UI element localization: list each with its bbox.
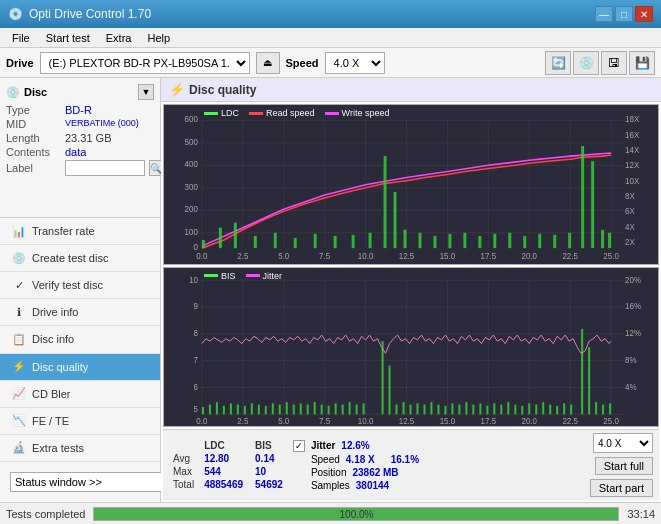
disc-length-val: 23.31 GB	[65, 132, 111, 144]
svg-rect-66	[538, 234, 541, 248]
toolbar-icon-refresh[interactable]: 🔄	[545, 51, 571, 75]
toolbar-icon-floppy[interactable]: 💾	[629, 51, 655, 75]
menu-file[interactable]: File	[4, 30, 38, 46]
statusbar: Tests completed 100.0% 33:14	[0, 502, 661, 524]
svg-text:12%: 12%	[625, 327, 641, 338]
ldc-legend-dot	[204, 112, 218, 115]
bis-total: 54692	[249, 478, 289, 491]
status-window-button[interactable]: Status window >>	[10, 472, 162, 492]
close-button[interactable]: ✕	[635, 6, 653, 22]
svg-rect-64	[508, 233, 511, 248]
svg-text:18X: 18X	[625, 115, 640, 124]
svg-rect-65	[523, 236, 526, 248]
toolbar-icon-save[interactable]: 🖫	[601, 51, 627, 75]
svg-text:7.5: 7.5	[319, 252, 331, 261]
ldc-avg: 12.80	[198, 452, 249, 465]
extra-tests-icon: 🔬	[12, 441, 26, 455]
svg-text:0: 0	[193, 243, 198, 252]
menu-help[interactable]: Help	[139, 30, 178, 46]
drive-info-label: Drive info	[32, 306, 78, 318]
svg-text:4X: 4X	[625, 223, 635, 232]
svg-text:2X: 2X	[625, 238, 635, 247]
svg-rect-169	[609, 403, 611, 414]
label-input[interactable]	[65, 160, 145, 176]
disc-length-row: Length 23.31 GB	[6, 132, 154, 144]
svg-rect-135	[356, 404, 358, 414]
svg-text:5: 5	[193, 403, 197, 414]
legend-bis: BIS	[204, 271, 236, 281]
svg-rect-157	[521, 405, 523, 414]
svg-rect-67	[553, 235, 556, 248]
svg-rect-45	[202, 240, 205, 248]
sidebar-item-transfer-rate[interactable]: 📊 Transfer rate	[0, 218, 160, 245]
sidebar-item-verify-test-disc[interactable]: ✓ Verify test disc	[0, 272, 160, 299]
svg-rect-63	[493, 234, 496, 248]
create-test-disc-label: Create test disc	[32, 252, 108, 264]
svg-rect-47	[234, 223, 237, 249]
jitter-label: Jitter	[311, 440, 335, 451]
svg-text:500: 500	[185, 138, 199, 147]
write-speed-legend-label: Write speed	[342, 108, 390, 118]
svg-rect-70	[591, 161, 594, 248]
svg-text:14X: 14X	[625, 146, 640, 155]
svg-rect-54	[369, 233, 372, 248]
ldc-legend-label: LDC	[221, 108, 239, 118]
svg-text:15.0: 15.0	[440, 415, 456, 426]
sidebar-item-extra-tests[interactable]: 🔬 Extra tests	[0, 435, 160, 462]
svg-rect-131	[328, 405, 330, 414]
eject-button[interactable]: ⏏	[256, 52, 280, 74]
minimize-button[interactable]: —	[595, 6, 613, 22]
drive-select[interactable]: (E:) PLEXTOR BD-R PX-LB950SA 1.06	[40, 52, 250, 74]
test-speed-select[interactable]: 4.0 X	[593, 433, 653, 453]
jitter-legend-label: Jitter	[263, 271, 283, 281]
menu-extra[interactable]: Extra	[98, 30, 140, 46]
extra-tests-label: Extra tests	[32, 442, 84, 454]
sidebar-item-fe-te[interactable]: 📉 FE / TE	[0, 408, 160, 435]
svg-rect-72	[608, 233, 611, 248]
jitter-checkbox[interactable]: ✓	[293, 440, 305, 452]
ldc-total: 4885469	[198, 478, 249, 491]
toolbar-icon-disc[interactable]: 💿	[573, 51, 599, 75]
svg-rect-132	[335, 403, 337, 414]
svg-text:20.0: 20.0	[521, 415, 537, 426]
jitter-max-val: 16.1%	[391, 454, 419, 465]
jitter-legend-dot	[246, 274, 260, 277]
svg-rect-55	[384, 156, 387, 248]
speed-label: Speed	[311, 454, 340, 465]
total-label: Total	[169, 478, 198, 491]
svg-rect-164	[570, 404, 572, 414]
sidebar-item-cd-bler[interactable]: 📈 CD Bler	[0, 381, 160, 408]
ldc-max: 544	[198, 465, 249, 478]
sidebar-item-drive-info[interactable]: ℹ Drive info	[0, 299, 160, 326]
sidebar-item-disc-info[interactable]: 📋 Disc info	[0, 326, 160, 353]
svg-rect-57	[404, 230, 407, 248]
start-full-button[interactable]: Start full	[595, 457, 653, 475]
toolbar-icons: 🔄 💿 🖫 💾	[545, 51, 655, 75]
svg-text:12X: 12X	[625, 161, 640, 170]
disc-panel-expand[interactable]: ▼	[138, 84, 154, 100]
samples-value: 380144	[356, 480, 389, 491]
menu-start-test[interactable]: Start test	[38, 30, 98, 46]
svg-rect-60	[448, 234, 451, 248]
svg-rect-147	[451, 403, 453, 414]
svg-text:10.0: 10.0	[358, 415, 374, 426]
svg-text:6X: 6X	[625, 207, 635, 216]
sidebar-item-disc-quality[interactable]: ⚡ Disc quality	[0, 354, 160, 381]
start-part-button[interactable]: Start part	[590, 479, 653, 497]
svg-rect-136	[363, 403, 365, 414]
action-area: 4.0 X Start full Start part	[590, 433, 653, 497]
svg-text:6: 6	[193, 381, 197, 392]
create-test-disc-icon: 💿	[12, 251, 26, 265]
maximize-button[interactable]: □	[615, 6, 633, 22]
svg-rect-46	[219, 228, 222, 248]
legend-read-speed: Read speed	[249, 108, 315, 118]
transfer-rate-icon: 📊	[12, 224, 26, 238]
ldc-chart: LDC Read speed Write speed	[163, 104, 659, 265]
speed-select[interactable]: 4.0 X	[325, 52, 385, 74]
svg-rect-129	[314, 402, 316, 414]
window-controls: — □ ✕	[595, 6, 653, 22]
sidebar-item-create-test-disc[interactable]: 💿 Create test disc	[0, 245, 160, 272]
jitter-avg-val: 12.6%	[341, 440, 369, 451]
svg-rect-119	[244, 405, 246, 414]
svg-rect-158	[528, 403, 530, 414]
